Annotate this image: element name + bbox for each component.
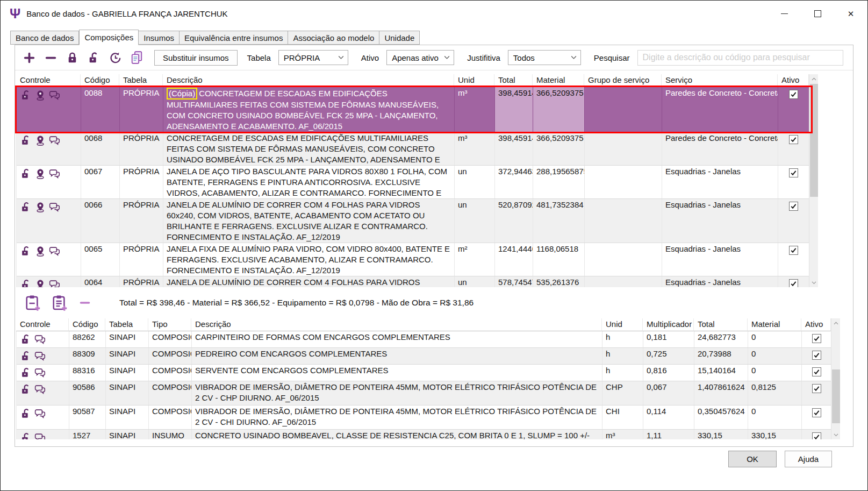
substituir-insumos-button[interactable]: Substituir insumos bbox=[154, 50, 238, 66]
lock-open-icon[interactable] bbox=[20, 333, 32, 345]
column-header[interactable]: Total bbox=[694, 318, 748, 331]
ativo-select[interactable]: Apenas ativo bbox=[386, 50, 454, 65]
column-header[interactable]: Tabela bbox=[105, 318, 148, 331]
ativo-checkbox[interactable] bbox=[789, 135, 798, 144]
vertical-scrollbar[interactable] bbox=[809, 74, 818, 287]
ativo-checkbox[interactable] bbox=[812, 334, 821, 343]
vertical-scrollbar[interactable] bbox=[831, 318, 840, 439]
column-header[interactable]: Material bbox=[748, 318, 801, 331]
table-row[interactable]: 88262SINAPICOMPOSIÇÃOCARPINTEIRO DE FORM… bbox=[17, 331, 831, 348]
column-header[interactable]: Unid bbox=[454, 74, 494, 87]
tab-equivalencia-entre-insumos[interactable]: Equivalência entre insumos bbox=[180, 31, 288, 45]
chat-bubble-icon[interactable] bbox=[34, 350, 46, 362]
column-header[interactable]: Multiplicador bbox=[643, 318, 694, 331]
chat-bubble-icon[interactable] bbox=[34, 408, 46, 419]
lock-open-icon[interactable] bbox=[20, 201, 32, 213]
unlock-button[interactable] bbox=[87, 51, 101, 65]
map-pin-icon[interactable] bbox=[34, 279, 46, 287]
column-header[interactable]: Código bbox=[69, 318, 105, 331]
ativo-checkbox[interactable] bbox=[789, 90, 798, 99]
ativo-checkbox[interactable] bbox=[812, 432, 821, 439]
ativo-checkbox[interactable] bbox=[812, 408, 821, 417]
column-header[interactable]: Código bbox=[81, 74, 119, 87]
column-header[interactable]: Controle bbox=[16, 318, 69, 331]
lock-open-icon[interactable] bbox=[20, 89, 32, 101]
map-pin-icon[interactable] bbox=[34, 134, 46, 146]
ok-button[interactable]: OK bbox=[728, 451, 777, 467]
tab-composicoes[interactable]: Composições bbox=[79, 30, 139, 45]
table-row[interactable]: 0068PRÓPRIACONCRETAGEM DE ESCADAS EM EDI… bbox=[17, 132, 809, 166]
ativo-checkbox[interactable] bbox=[812, 367, 821, 376]
remove-item-button[interactable] bbox=[78, 296, 91, 309]
table-row[interactable]: 90587SINAPICOMPOSIÇÃOVIBRADOR DE IMERSÃO… bbox=[17, 405, 831, 430]
column-header[interactable]: Ativo bbox=[801, 318, 831, 331]
remove-button[interactable] bbox=[44, 51, 58, 65]
table-row[interactable]: 0088PRÓPRIA(Cópia)CONCRETAGEM DE ESCADAS… bbox=[17, 87, 809, 132]
table-row[interactable]: 88316SINAPICOMPOSIÇÃOSERVENTE COM ENCARG… bbox=[17, 365, 831, 381]
lock-open-icon[interactable] bbox=[20, 432, 32, 439]
map-pin-icon[interactable] bbox=[34, 168, 46, 180]
scroll-down-button[interactable] bbox=[831, 430, 841, 439]
chat-bubble-icon[interactable] bbox=[49, 89, 61, 101]
lock-open-icon[interactable] bbox=[20, 134, 32, 146]
scroll-up-button[interactable] bbox=[831, 318, 841, 328]
lock-open-icon[interactable] bbox=[20, 383, 32, 395]
scrollbar-thumb[interactable] bbox=[832, 369, 840, 423]
tabela-select[interactable]: PRÓPRIA bbox=[278, 50, 348, 65]
table-row[interactable]: 1527SINAPIINSUMOCONCRETO USINADO BOMBEAV… bbox=[17, 430, 831, 439]
add-item-list-button[interactable] bbox=[51, 294, 68, 312]
scroll-up-button[interactable] bbox=[809, 74, 819, 83]
column-header[interactable]: Ativo bbox=[778, 74, 809, 87]
chat-bubble-icon[interactable] bbox=[49, 134, 61, 146]
table-row[interactable]: 90586SINAPICOMPOSIÇÃOVIBRADOR DE IMERSÃO… bbox=[17, 381, 831, 405]
tab-banco-de-dados[interactable]: Banco de dados bbox=[10, 31, 79, 45]
table-row[interactable]: 0064PRÓPRIAJANELA DE ALUMÍNIO DE CORRER … bbox=[17, 276, 809, 287]
maximize-button[interactable] bbox=[801, 1, 834, 26]
tab-insumos[interactable]: Insumos bbox=[139, 31, 180, 45]
column-header[interactable]: Descrição bbox=[163, 74, 454, 87]
ativo-checkbox[interactable] bbox=[789, 279, 798, 287]
scroll-down-button[interactable] bbox=[809, 278, 819, 287]
chat-bubble-icon[interactable] bbox=[34, 383, 46, 395]
chat-bubble-icon[interactable] bbox=[34, 333, 46, 345]
tab-unidade[interactable]: Unidade bbox=[379, 31, 420, 45]
minimize-button[interactable] bbox=[767, 1, 801, 26]
column-header[interactable]: Total bbox=[494, 74, 533, 87]
duplicate-button[interactable] bbox=[130, 51, 144, 65]
lock-open-icon[interactable] bbox=[20, 279, 32, 287]
ajuda-button[interactable]: Ajuda bbox=[785, 451, 832, 467]
lock-open-icon[interactable] bbox=[20, 408, 32, 419]
ativo-checkbox[interactable] bbox=[789, 168, 798, 177]
map-pin-icon[interactable] bbox=[34, 89, 46, 101]
justificativa-select[interactable]: Todos bbox=[508, 50, 581, 65]
lock-open-icon[interactable] bbox=[20, 350, 32, 362]
lock-button[interactable] bbox=[65, 51, 80, 65]
chat-bubble-icon[interactable] bbox=[49, 168, 61, 180]
ativo-checkbox[interactable] bbox=[789, 202, 798, 211]
chat-bubble-icon[interactable] bbox=[49, 201, 61, 213]
scrollbar-thumb[interactable] bbox=[810, 84, 818, 197]
tab-associacao-ao-modelo[interactable]: Associação ao modelo bbox=[288, 31, 379, 45]
ativo-checkbox[interactable] bbox=[812, 384, 821, 393]
column-header[interactable]: Descrição bbox=[191, 318, 602, 331]
ativo-checkbox[interactable] bbox=[789, 246, 798, 255]
chat-bubble-icon[interactable] bbox=[49, 245, 61, 257]
map-pin-icon[interactable] bbox=[34, 201, 46, 213]
table-row[interactable]: 0066PRÓPRIAJANELA DE ALUMÍNIO DE CORRER … bbox=[17, 199, 809, 243]
column-header[interactable]: Tipo bbox=[148, 318, 191, 331]
close-button[interactable]: ✕ bbox=[834, 1, 867, 26]
column-header[interactable]: Material bbox=[533, 74, 584, 87]
lock-open-icon[interactable] bbox=[20, 168, 32, 180]
chat-bubble-icon[interactable] bbox=[34, 432, 46, 439]
chat-bubble-icon[interactable] bbox=[49, 279, 61, 287]
column-header[interactable]: Controle bbox=[16, 74, 81, 87]
add-button[interactable] bbox=[22, 51, 37, 65]
table-row[interactable]: 88309SINAPICOMPOSIÇÃOPEDREIRO COM ENCARG… bbox=[17, 348, 831, 365]
history-button[interactable] bbox=[108, 51, 123, 65]
ativo-checkbox[interactable] bbox=[812, 351, 821, 360]
table-row[interactable]: 0065PRÓPRIAJANELA FIXA DE ALUMÍNIO PARA … bbox=[17, 243, 809, 276]
column-header[interactable]: Serviço bbox=[662, 74, 778, 87]
column-header[interactable]: Grupo de serviço bbox=[584, 74, 662, 87]
chat-bubble-icon[interactable] bbox=[34, 367, 46, 379]
lock-open-icon[interactable] bbox=[20, 367, 32, 379]
